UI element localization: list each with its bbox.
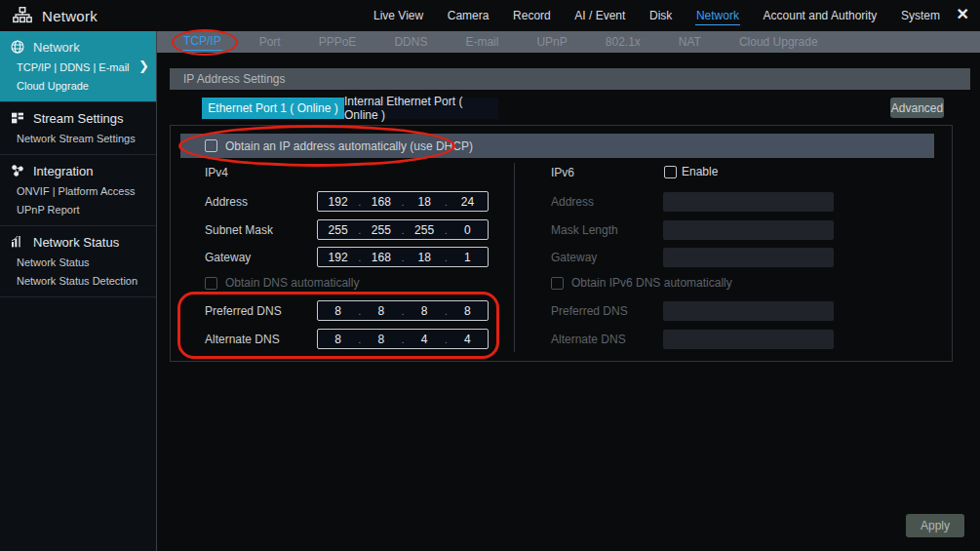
globe-icon bbox=[10, 39, 25, 55]
sidebar-item-integration[interactable]: Integration ONVIF | Platform Access UPnP… bbox=[0, 155, 156, 226]
menu-network[interactable]: Network bbox=[695, 7, 740, 25]
ip-octet[interactable]: 8 bbox=[405, 304, 445, 318]
ipv6-alternate-dns-input bbox=[663, 330, 834, 349]
ip-octet[interactable]: 4 bbox=[405, 333, 445, 346]
status-chart-icon bbox=[10, 234, 25, 250]
menu-camera[interactable]: Camera bbox=[447, 7, 490, 24]
main-menu: Live View Camera Record AI / Event Disk … bbox=[372, 0, 941, 31]
sidebar-item-stream-settings[interactable]: Stream Settings Network Stream Settings bbox=[0, 102, 156, 155]
ipv6-preferred-dns-label: Preferred DNS bbox=[551, 304, 663, 318]
ip-octet[interactable]: 192 bbox=[318, 195, 358, 209]
ip-octet[interactable]: 18 bbox=[405, 195, 445, 209]
menu-live-view[interactable]: Live View bbox=[372, 7, 424, 24]
ip-octet[interactable]: 255 bbox=[318, 223, 358, 237]
close-icon[interactable]: ✕ bbox=[957, 5, 969, 24]
ipv4-section-label: IPv4 bbox=[205, 166, 228, 179]
ipv4-preferred-dns-input[interactable]: 8.8.8.8 bbox=[317, 300, 489, 321]
ip-octet[interactable]: 255 bbox=[405, 223, 445, 237]
ipv6-alternate-dns-label: Alternate DNS bbox=[551, 333, 663, 346]
sidebar-link-upnp-report[interactable]: UPnP Report bbox=[17, 204, 148, 216]
ip-octet[interactable]: 18 bbox=[405, 251, 445, 264]
dhcp-checkbox[interactable] bbox=[205, 139, 217, 152]
chevron-right-icon: ❯ bbox=[138, 59, 149, 73]
ip-octet[interactable]: 168 bbox=[361, 251, 401, 264]
ipv6-address-row: Address bbox=[551, 191, 834, 212]
ipv4-address-label: Address bbox=[205, 195, 317, 209]
sidebar-link-onvif-platform-access[interactable]: ONVIF | Platform Access bbox=[17, 185, 148, 197]
tab-8021x[interactable]: 802.1x bbox=[605, 34, 642, 51]
ipv4-gateway-label: Gateway bbox=[205, 251, 317, 264]
ipv6-enable-label: Enable bbox=[682, 165, 718, 178]
ip-octet[interactable]: 8 bbox=[318, 333, 358, 346]
ipv4-gateway-input[interactable]: 192.168.18.1 bbox=[317, 247, 489, 267]
ipv4-subnet-input[interactable]: 255.255.255.0 bbox=[317, 219, 489, 240]
menu-record[interactable]: Record bbox=[512, 7, 552, 24]
tab-cloud-upgrade[interactable]: Cloud Upgrade bbox=[738, 34, 819, 51]
ipv6-mask-input bbox=[663, 220, 834, 240]
network-tab-bar: TCP/IP Port PPPoE DDNS E-mail UPnP 802.1… bbox=[157, 31, 980, 53]
ip-octet[interactable]: 8 bbox=[448, 304, 488, 318]
menu-disk[interactable]: Disk bbox=[648, 7, 673, 24]
ipv4-subnet-label: Subnet Mask bbox=[205, 223, 317, 237]
advanced-button[interactable]: Advanced bbox=[890, 98, 944, 118]
ipv6-mask-label: Mask Length bbox=[551, 223, 663, 237]
tab-upnp[interactable]: UPnP bbox=[535, 34, 568, 51]
ipv6-dns-auto-label: Obtain IPv6 DNS automatically bbox=[571, 276, 732, 290]
ip-octet[interactable]: 168 bbox=[361, 195, 401, 209]
sidebar-link-network-stream-settings[interactable]: Network Stream Settings bbox=[17, 133, 148, 144]
ip-octet[interactable]: 24 bbox=[448, 195, 488, 209]
sidebar-item-title: Stream Settings bbox=[33, 111, 124, 126]
sidebar-link-network-status-detection[interactable]: Network Status Detection bbox=[17, 275, 148, 287]
ip-octet[interactable]: 8 bbox=[361, 304, 401, 318]
tab-tcpip[interactable]: TCP/IP bbox=[182, 33, 222, 51]
ip-octet[interactable]: 8 bbox=[318, 304, 358, 318]
column-divider bbox=[514, 163, 515, 352]
menu-account-authority[interactable]: Account and Authority bbox=[763, 7, 879, 24]
ethernet-port1-tab[interactable]: Ethernet Port 1 ( Online ) bbox=[202, 98, 344, 119]
internal-ethernet-port-tab[interactable]: Internal Ethernet Port ( Online ) bbox=[344, 98, 498, 119]
menu-system[interactable]: System bbox=[900, 7, 941, 24]
sidebar-link-cloud-upgrade[interactable]: Cloud Upgrade bbox=[17, 80, 148, 92]
menu-ai-event[interactable]: AI / Event bbox=[573, 7, 626, 24]
sidebar-item-network[interactable]: Network TCP/IP | DDNS | E-mail Cloud Upg… bbox=[0, 31, 156, 102]
integration-nodes-icon bbox=[10, 163, 25, 178]
ip-octet[interactable]: 4 bbox=[448, 333, 488, 346]
ip-octet[interactable]: 192 bbox=[318, 251, 358, 264]
sidebar-item-network-status[interactable]: Network Status Network Status Network St… bbox=[0, 226, 156, 297]
network-settings-window: Network Live View Camera Record AI / Eve… bbox=[0, 0, 980, 551]
ip-octet[interactable]: 8 bbox=[361, 333, 401, 346]
ipv4-dns-auto-label: Obtain DNS automatically bbox=[225, 276, 359, 290]
ipv4-dns-auto-checkbox[interactable] bbox=[205, 277, 217, 290]
tab-port[interactable]: Port bbox=[258, 34, 282, 51]
ipv6-dns-auto-row: Obtain IPv6 DNS automatically bbox=[551, 276, 732, 290]
tab-email[interactable]: E-mail bbox=[464, 34, 499, 51]
sidebar-link-network-status[interactable]: Network Status bbox=[17, 256, 148, 268]
ipv4-address-row: Address 192.168.18.24 bbox=[205, 191, 489, 212]
ipv6-alternate-dns-row: Alternate DNS bbox=[551, 329, 834, 349]
tab-pppoe[interactable]: PPPoE bbox=[318, 34, 358, 51]
ipv6-enable-checkbox[interactable] bbox=[664, 166, 677, 178]
ipv4-alternate-dns-input[interactable]: 8.8.4.4 bbox=[317, 329, 489, 349]
ipv6-preferred-dns-input bbox=[663, 301, 834, 321]
ipv4-address-input[interactable]: 192.168.18.24 bbox=[317, 191, 489, 212]
ipv4-alternate-dns-label: Alternate DNS bbox=[205, 333, 317, 346]
ipv6-section-label: IPv6 bbox=[551, 166, 574, 179]
apply-button[interactable]: Apply bbox=[906, 514, 964, 537]
sidebar-link-tcpip-ddns-email[interactable]: TCP/IP | DDNS | E-mail bbox=[17, 61, 148, 73]
sidebar-item-title: Network Status bbox=[33, 235, 119, 250]
sidebar-item-title: Network bbox=[33, 40, 80, 55]
dhcp-label: Obtain an IP address automatically (use … bbox=[225, 139, 473, 153]
ip-octet[interactable]: 1 bbox=[448, 251, 488, 264]
ip-octet[interactable]: 0 bbox=[448, 223, 488, 237]
tab-ddns[interactable]: DDNS bbox=[393, 34, 428, 51]
ip-octet[interactable]: 255 bbox=[361, 223, 401, 237]
ipv6-preferred-dns-row: Preferred DNS bbox=[551, 300, 834, 321]
ipv6-dns-auto-checkbox bbox=[551, 277, 564, 290]
ipv6-gateway-label: Gateway bbox=[551, 251, 663, 264]
tab-nat[interactable]: NAT bbox=[678, 34, 702, 51]
page-title: Network bbox=[42, 8, 98, 24]
stream-blocks-icon bbox=[10, 110, 25, 126]
ipv4-gateway-row: Gateway 192.168.18.1 bbox=[205, 247, 489, 267]
ipv6-enable-row: Enable bbox=[664, 165, 718, 178]
ipv4-alternate-dns-row: Alternate DNS 8.8.4.4 bbox=[205, 329, 489, 349]
